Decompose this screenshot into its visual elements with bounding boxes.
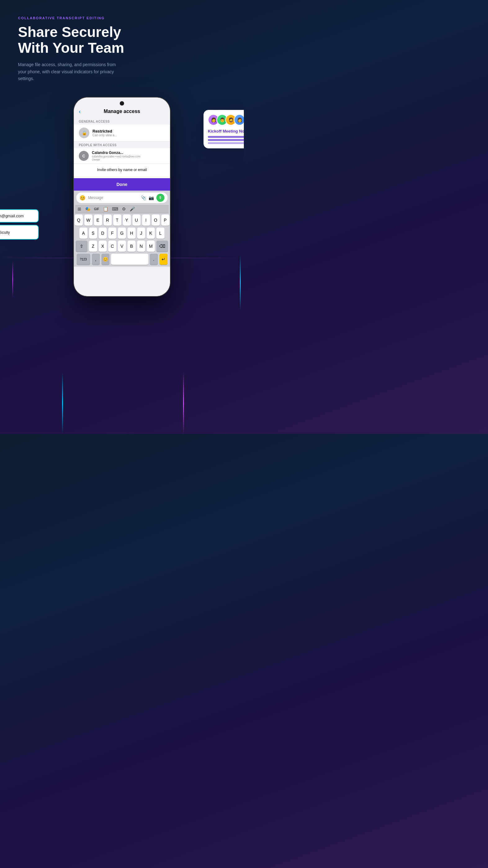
user-chip-text: Cassie Scully <box>0 230 10 235</box>
key-q[interactable]: Q <box>75 215 83 226</box>
message-input[interactable]: Message <box>88 195 138 200</box>
people-access-label: PEOPLE WITH ACCESS <box>74 142 170 148</box>
key-m[interactable]: M <box>147 241 155 252</box>
general-access-label: GENERAL ACCESS <box>74 118 170 124</box>
key-s[interactable]: S <box>89 227 97 239</box>
key-f[interactable]: F <box>108 227 116 239</box>
message-row: 😊 Message 📎 📷 🎙 <box>76 192 167 203</box>
access-type: Restricted <box>93 129 117 133</box>
attachment-icon[interactable]: 📎 <box>141 195 146 200</box>
keyboard-icon[interactable]: ⌨ <box>112 207 118 211</box>
back-button[interactable]: ‹ <box>79 108 81 115</box>
key-l[interactable]: L <box>156 227 164 239</box>
phone-screen: ‹ Manage access GENERAL ACCESS 🔒 Restric… <box>74 97 170 296</box>
gif-icon[interactable]: GIF <box>94 207 99 211</box>
key-shift[interactable]: ⇧ <box>76 241 88 252</box>
keyboard-row-3: ⇧ Z X C V B N M ⌫ <box>75 241 169 252</box>
nav-title: Manage access <box>104 108 140 114</box>
person-avatar: C <box>79 151 89 161</box>
key-delete[interactable]: ⌫ <box>156 241 168 252</box>
card-avatars: 👩 👨 🧔 👩 <box>208 114 244 125</box>
phone-device: ‹ Manage access GENERAL ACCESS 🔒 Restric… <box>74 97 170 296</box>
person-name: Calandra Gonza... <box>92 151 140 155</box>
keyboard-toolbar: ⊞ 🎭 GIF 📋 ⌨ ⚙ 🎤 <box>75 205 169 213</box>
keyboard-row-1: Q W E R T Y U I O P <box>75 215 169 226</box>
camera-icon[interactable]: 📷 <box>149 195 154 200</box>
key-i[interactable]: I <box>142 215 150 226</box>
person-email: calandra.gonzales+rev2-beta@rev.com <box>92 155 140 158</box>
main-title: Share Securely With Your Team <box>18 24 226 56</box>
avatar-4: 👩 <box>234 114 244 125</box>
key-g[interactable]: G <box>118 227 126 239</box>
app-content: ‹ Manage access GENERAL ACCESS 🔒 Restric… <box>74 97 170 296</box>
mic-toolbar-icon[interactable]: 🎤 <box>130 207 135 211</box>
subtitle: Manage file access, sharing, and permiss… <box>18 61 124 82</box>
key-n[interactable]: N <box>137 241 145 252</box>
clipboard-icon[interactable]: 📋 <box>103 207 108 211</box>
key-z[interactable]: Z <box>89 241 97 252</box>
key-emoji[interactable]: 😊 <box>101 254 109 265</box>
key-p[interactable]: P <box>161 215 169 226</box>
invite-label: Invite others by name or email <box>79 168 165 172</box>
key-u[interactable]: U <box>132 215 140 226</box>
key-comma[interactable]: , <box>92 254 100 265</box>
access-desc: Can only view a... <box>93 133 117 137</box>
key-h[interactable]: H <box>128 227 136 239</box>
settings-icon[interactable]: ⚙ <box>122 207 126 211</box>
meeting-notes-card: 👩 👨 🧔 👩 Kickoff Meeting Notes ▶ <box>203 110 244 148</box>
keyboard: 😊 Message 📎 📷 🎙 ⊞ 🎭 GIF 📋 ⌨ ⚙ <box>74 191 170 267</box>
camera-notch <box>120 101 124 105</box>
key-numbers[interactable]: ?123 <box>77 254 90 265</box>
email-chip: ✉ braden.savich@gmail.com <box>0 209 39 223</box>
keyboard-row-4: ?123 , 😊 . ↵ <box>75 254 169 265</box>
card-line-3 <box>208 142 244 144</box>
lock-icon: 🔒 <box>79 128 89 138</box>
person-role: Owner <box>92 158 140 161</box>
apps-icon[interactable]: ⊞ <box>77 207 81 211</box>
access-item: 🔒 Restricted Can only view a... <box>74 124 170 142</box>
key-c[interactable]: C <box>108 241 116 252</box>
person-details: Calandra Gonza... calandra.gonzales+rev2… <box>92 151 140 161</box>
key-k[interactable]: K <box>147 227 155 239</box>
key-w[interactable]: W <box>85 215 93 226</box>
phone-scene: 👩 👨 🧔 👩 Kickoff Meeting Notes ▶ ✉ braden… <box>0 91 244 427</box>
access-details: Restricted Can only view a... <box>93 129 117 137</box>
key-j[interactable]: J <box>137 227 145 239</box>
category-label: COLLABORATIVE TRANSCRIPT EDITING <box>18 16 226 20</box>
invite-section: Invite others by name or email <box>74 164 170 178</box>
key-d[interactable]: D <box>99 227 107 239</box>
person-item: C Calandra Gonza... calandra.gonzales+re… <box>74 148 170 164</box>
keyboard-rows: Q W E R T Y U I O P A <box>75 215 169 265</box>
key-a[interactable]: A <box>79 227 88 239</box>
card-lines <box>208 136 244 144</box>
user-chip: 👤 Cassie Scully <box>0 225 39 240</box>
done-button[interactable]: Done <box>74 178 170 191</box>
key-e[interactable]: E <box>94 215 102 226</box>
key-b[interactable]: B <box>128 241 136 252</box>
emoji-icon[interactable]: 😊 <box>79 195 86 201</box>
key-period[interactable]: . <box>150 254 158 265</box>
key-space[interactable] <box>111 254 148 265</box>
card-line-1 <box>208 136 244 138</box>
mic-button[interactable]: 🎙 <box>156 194 164 202</box>
key-r[interactable]: R <box>104 215 112 226</box>
key-y[interactable]: Y <box>123 215 131 226</box>
key-return[interactable]: ↵ <box>159 254 167 265</box>
app-nav: ‹ Manage access <box>74 97 170 118</box>
key-o[interactable]: O <box>152 215 160 226</box>
card-title: Kickoff Meeting Notes ▶ <box>208 128 244 133</box>
key-x[interactable]: X <box>99 241 107 252</box>
card-line-2 <box>208 139 244 141</box>
email-chip-text: braden.savich@gmail.com <box>0 214 24 218</box>
keyboard-row-2: A S D F G H J K L <box>75 227 169 239</box>
sticker-icon[interactable]: 🎭 <box>85 207 90 211</box>
header: COLLABORATIVE TRANSCRIPT EDITING Share S… <box>0 0 244 91</box>
key-t[interactable]: T <box>113 215 121 226</box>
key-v[interactable]: V <box>118 241 126 252</box>
